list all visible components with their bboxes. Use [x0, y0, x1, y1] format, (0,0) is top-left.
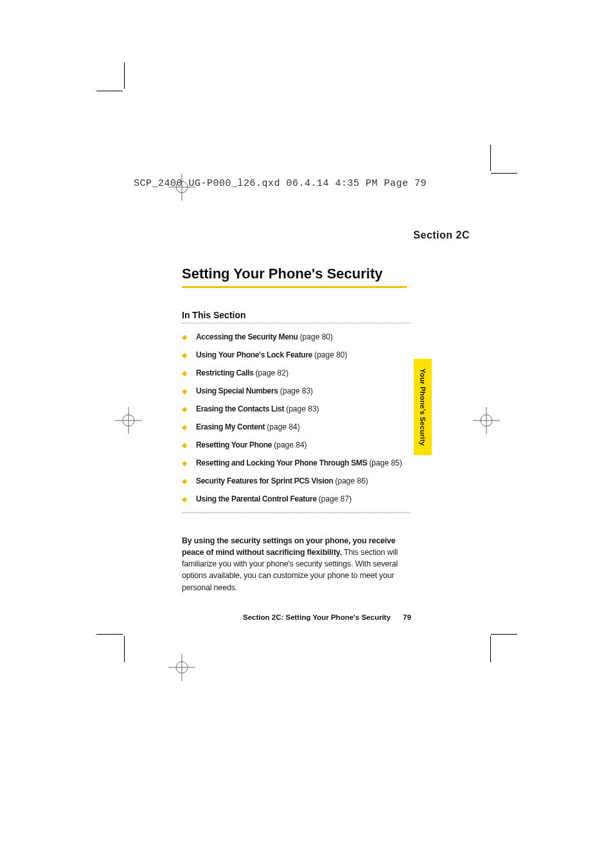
in-this-section-heading: In This Section [182, 310, 439, 320]
page-content: Section 2C Setting Your Phone's Security… [182, 230, 439, 593]
toc-page: (page 84) [274, 440, 306, 449]
crop-mark [491, 173, 517, 174]
toc-item: ◆Resetting Your Phone(page 84) [182, 440, 439, 449]
toc-label: Resetting and Locking Your Phone Through… [196, 458, 367, 467]
toc-page: (page 83) [280, 386, 313, 395]
divider [182, 323, 411, 323]
toc-item: ◆Erasing My Content(page 84) [182, 422, 439, 431]
diamond-bullet-icon: ◆ [182, 333, 190, 341]
diamond-bullet-icon: ◆ [182, 387, 190, 395]
toc-page: (page 83) [286, 404, 319, 413]
diamond-bullet-icon: ◆ [182, 441, 190, 449]
divider [182, 512, 411, 513]
toc-label: Accessing the Security Menu [196, 332, 298, 341]
crop-mark [96, 91, 123, 91]
diamond-bullet-icon: ◆ [182, 477, 190, 485]
toc-label: Security Features for Sprint PCS Vision [196, 476, 333, 485]
diamond-bullet-icon: ◆ [182, 423, 190, 431]
toc-item: ◆Accessing the Security Menu(page 80) [182, 332, 439, 341]
toc-item: ◆Using Special Numbers(page 83) [182, 386, 439, 395]
diamond-bullet-icon: ◆ [182, 495, 190, 503]
toc-label: Erasing My Content [196, 422, 265, 431]
section-label: Section 2C [182, 230, 470, 241]
toc-list: ◆Accessing the Security Menu(page 80) ◆U… [182, 332, 439, 503]
crop-mark [96, 634, 123, 635]
registration-mark-icon [168, 654, 195, 681]
crop-mark [490, 145, 491, 171]
toc-item: ◆Using Your Phone's Lock Feature(page 80… [182, 350, 439, 359]
page-title: Setting Your Phone's Security [182, 266, 407, 288]
registration-mark-icon [473, 407, 500, 434]
diamond-bullet-icon: ◆ [182, 369, 190, 377]
toc-page: (page 86) [335, 476, 368, 485]
intro-paragraph: By using the security settings on your p… [182, 535, 408, 593]
toc-item: ◆Erasing the Contacts List(page 83) [182, 404, 439, 413]
toc-page: (page 85) [369, 458, 402, 467]
toc-page: (page 80) [300, 332, 333, 341]
crop-mark [124, 62, 125, 89]
prepress-slug: SCP_2400 UG-P000_l26.qxd 06.4.14 4:35 PM… [134, 178, 427, 189]
toc-item: ◆Using the Parental Control Feature(page… [182, 494, 439, 503]
diamond-bullet-icon: ◆ [182, 405, 190, 413]
crop-mark [490, 636, 491, 662]
page-number: 79 [403, 613, 411, 621]
crop-mark [491, 634, 517, 635]
toc-label: Restricting Calls [196, 368, 254, 377]
toc-page: (page 80) [314, 350, 347, 359]
toc-label: Resetting Your Phone [196, 440, 272, 449]
toc-item: ◆Resetting and Locking Your Phone Throug… [182, 458, 439, 467]
toc-page: (page 82) [256, 368, 289, 377]
toc-label: Using the Parental Control Feature [196, 494, 317, 503]
diamond-bullet-icon: ◆ [182, 459, 190, 467]
toc-label: Erasing the Contacts List [196, 404, 284, 413]
footer-text: Section 2C: Setting Your Phone's Securit… [243, 613, 391, 621]
page-footer: Section 2C: Setting Your Phone's Securit… [243, 613, 411, 621]
toc-label: Using Special Numbers [196, 386, 278, 395]
toc-item: ◆Security Features for Sprint PCS Vision… [182, 476, 439, 485]
diamond-bullet-icon: ◆ [182, 351, 190, 359]
toc-page: (page 84) [267, 422, 299, 431]
toc-label: Using Your Phone's Lock Feature [196, 350, 312, 359]
registration-mark-icon [115, 407, 142, 434]
crop-mark [124, 636, 125, 662]
toc-item: ◆Restricting Calls(page 82) [182, 368, 439, 377]
toc-page: (page 87) [319, 494, 351, 503]
